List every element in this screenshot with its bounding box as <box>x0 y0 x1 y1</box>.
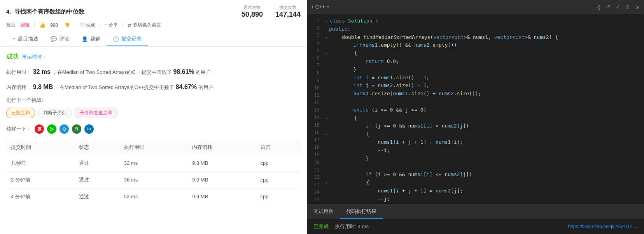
line-number: 5 <box>307 47 324 54</box>
complete-status: 已完成 <box>313 224 329 229</box>
result-status-row: 成功 显示详情 › <box>6 53 301 61</box>
share-row: 炫耀一下： 微 ▷ Q 豆 in <box>6 124 301 134</box>
weibo-icon[interactable]: 微 <box>35 124 44 134</box>
code-line: --i; <box>325 147 644 155</box>
share-button[interactable]: ↑ 分享 <box>105 22 118 28</box>
wechat-icon[interactable]: ▷ <box>47 124 56 134</box>
line-number: 24 <box>307 189 324 196</box>
tab-submissions[interactable]: 🕐 提交记录 <box>107 32 148 46</box>
lang-label: C++ <box>315 4 325 10</box>
line-number: 12 <box>307 99 324 107</box>
line-number: 15 <box>307 122 324 129</box>
submit-count-stat: 提交次数 147,144 <box>275 5 301 19</box>
exec-time-line: 执行用时： 32 ms ，在Median of Two Sorted Array… <box>6 66 301 78</box>
lang-icon: i <box>312 4 313 10</box>
cell-memory: 9.9 MB <box>187 171 256 188</box>
fold-icon[interactable]: ▾ <box>325 19 330 23</box>
code-line: ▾ { <box>325 179 644 187</box>
cell-status[interactable]: 通过 <box>74 155 119 171</box>
code-line: if (i >= 0 && nums1[i] <= nums2[j]) <box>325 171 644 179</box>
line-number: 3 <box>307 32 324 39</box>
settings-icon[interactable]: ⊙ <box>625 4 630 10</box>
cell-exec-time: 36 ms <box>119 171 187 188</box>
line-number: 21 <box>307 166 324 174</box>
cell-memory: 9.8 MB <box>187 155 256 171</box>
col-status: 状态 <box>74 140 119 155</box>
line-number: 9 <box>307 77 324 84</box>
divider <box>34 23 35 28</box>
bottom-result-bar: 已完成 执行用时: 4 ms https://blog.csdn.net/jk2… <box>307 219 644 234</box>
pass-count-stat: 通过次数 50,890 <box>242 5 263 19</box>
col-time: 提交时间 <box>6 140 74 155</box>
line-number: 25 <box>307 196 324 204</box>
chevron-right-icon: › <box>44 55 45 59</box>
code-line: ▾ double findMedianSortedArrays(vector<i… <box>325 33 644 42</box>
code-line: ▾ { <box>325 49 644 58</box>
description-icon: ≡ <box>12 36 16 42</box>
qq-icon[interactable]: Q <box>60 124 69 134</box>
tab-result[interactable]: 代码执行结果 <box>340 205 383 219</box>
meta-row: 难度 困难 👍 998 👎 ♡ 收藏 ↑ 分享 ⇄ <box>6 22 301 28</box>
fold-icon[interactable]: ▾ <box>325 181 330 185</box>
result-complete-area: 已完成 执行用时: 4 ms <box>313 223 369 230</box>
language-selector[interactable]: i C++ ▾ <box>312 4 329 10</box>
code-line: if (j >= 0 && nums1[i] > nums2[j]) <box>325 122 644 130</box>
share-label: 炫耀一下： <box>6 126 32 133</box>
tab-testcase[interactable]: 测试用例 <box>307 205 340 219</box>
cell-status[interactable]: 通过 <box>74 171 119 188</box>
fold-icon[interactable]: ▾ <box>325 51 330 56</box>
format-icon[interactable]: {} <box>597 4 600 10</box>
code-line: nums1[i + j + 1] = nums1[i]; <box>325 138 644 147</box>
challenge-tags: 三数之和 判断子序列 子序列宽度之和 <box>6 108 301 118</box>
fullscreen-icon[interactable]: ⤢ <box>616 4 620 10</box>
line-number: 2 <box>307 24 324 32</box>
code-editor[interactable]: 1234567891011121314151617181920212223242… <box>307 14 644 204</box>
chevron-down-icon: ▾ <box>327 5 329 9</box>
line-number: 20 <box>307 159 324 166</box>
collect-icon: ♡ <box>80 23 84 28</box>
expand-icon[interactable]: ⇲ <box>635 4 639 10</box>
cell-exec-time: 52 ms <box>119 188 187 205</box>
code-line: public: <box>325 25 644 33</box>
result-detail-link[interactable]: 显示详情 › <box>22 54 45 61</box>
tag-subarray-width[interactable]: 子序列宽度之和 <box>75 108 117 118</box>
fold-icon[interactable]: ▾ <box>325 116 330 120</box>
switch-lang-button[interactable]: ⇄ 双切换为英文 <box>128 22 161 28</box>
line-number: 14 <box>307 114 324 121</box>
line-number: 11 <box>307 92 324 99</box>
line-number: 6 <box>307 54 324 62</box>
cell-status[interactable]: 通过 <box>74 188 119 205</box>
right-panel: i C++ ▾ {} ↺ ⤢ ⊙ ⇲ 123456789101112131415… <box>307 0 644 234</box>
col-memory: 内存消耗 <box>187 140 256 155</box>
douban-icon[interactable]: 豆 <box>72 124 81 134</box>
line-number: 13 <box>307 107 324 114</box>
code-line: nums1[i + j + 1] = nums2[j]; <box>325 187 644 195</box>
code-content: ▾ class Solution {public:▾ double findMe… <box>324 14 644 204</box>
collect-button[interactable]: ♡ 收藏 <box>80 22 95 28</box>
tab-description[interactable]: ≡ 题目描述 <box>6 32 44 46</box>
col-lang: 语言 <box>256 140 301 155</box>
code-line: int j = nums2.size() - 1; <box>325 82 644 90</box>
fold-icon[interactable]: ▾ <box>325 35 330 40</box>
tab-solutions[interactable]: 👤 题解 <box>75 32 107 46</box>
code-line: return 0.0; <box>325 58 644 66</box>
page-title: 4. 寻找两个有序数组的中位数 <box>6 8 84 16</box>
tag-three-sum[interactable]: 三数之和 <box>6 108 35 118</box>
solutions-icon: 👤 <box>82 36 88 42</box>
restore-icon[interactable]: ↺ <box>606 4 610 10</box>
code-line: ▾ { <box>325 130 644 138</box>
difficulty-badge: 困难 <box>20 22 30 28</box>
like-count: 998 <box>50 23 58 28</box>
code-line: } <box>325 66 644 74</box>
fold-icon[interactable]: ▾ <box>325 132 330 136</box>
line-number: 23 <box>307 181 324 189</box>
tab-comments[interactable]: 💬 评论 <box>44 32 75 46</box>
line-number: 16 <box>307 129 324 136</box>
tag-judge-sequence[interactable]: 判断子序列 <box>38 108 72 118</box>
editor-header: i C++ ▾ {} ↺ ⤢ ⊙ ⇲ <box>307 0 644 14</box>
linkedin-icon[interactable]: in <box>84 124 94 134</box>
cell-lang: cpp <box>256 155 301 171</box>
result-link[interactable]: https://blog.csdn.net/jk235f1l12== <box>568 224 638 229</box>
line-number: 1 <box>307 17 324 24</box>
submissions-icon: 🕐 <box>113 36 119 42</box>
